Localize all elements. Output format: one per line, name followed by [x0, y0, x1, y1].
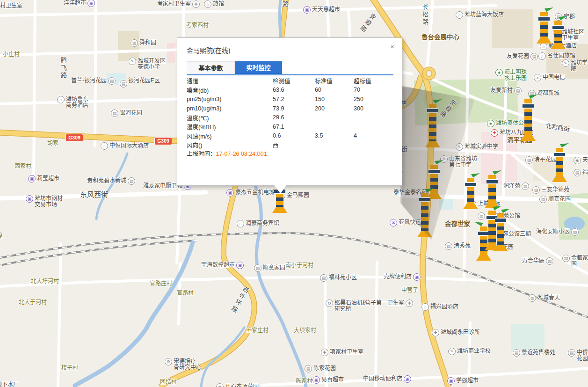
map-poi-label: 村卫生室: [0, 3, 22, 9]
map-poi: ⚙铭昊石油机械 研究所: [326, 300, 368, 312]
table-row: 湿度(%RH)67.1: [187, 122, 393, 131]
map-poi-label: 北大于河村: [19, 299, 47, 306]
park-icon: ♣: [495, 69, 503, 76]
map-poi: ▤舜和园: [131, 40, 156, 47]
map-poi-label: 友爱花园: [507, 53, 529, 59]
tower-segment: [488, 184, 496, 202]
report-time: 上报时间：17-07-26 08:24:001: [187, 149, 267, 158]
shop-icon: ▣: [236, 262, 244, 269]
cell-value: 4: [354, 132, 393, 139]
station-marker[interactable]: [536, 12, 552, 44]
school-icon: ✎: [129, 58, 136, 65]
close-icon[interactable]: ×: [390, 43, 394, 50]
map-poi-label: 潍坊学院: [571, 60, 588, 72]
station-marker[interactable]: [425, 104, 441, 147]
cell-value: 风速(m/s): [187, 131, 273, 140]
tower-segment: [272, 207, 287, 213]
hotel-icon: ⌂: [57, 96, 65, 103]
map-poi: 友爱新村▤: [490, 88, 522, 95]
map-poi-label: 中营子: [401, 287, 418, 293]
map-poi-label: 营子第一卫生室: [365, 300, 404, 306]
building-icon: ▤: [546, 257, 553, 265]
station-info-popup: 金马熙院(在线) × 基本参数实时监控 通道检测值标准值超标值噪音(db)63.…: [177, 37, 402, 186]
map-poi: ▤中侨花园: [568, 350, 588, 362]
map-poi-label: 夏: [0, 233, 3, 239]
building-icon: ▤: [513, 349, 520, 357]
station-marker[interactable]: [417, 193, 433, 237]
tower-segment: [523, 103, 534, 109]
map-poi: ▣学强超市: [447, 378, 479, 385]
map-poi-label: 陈家花园: [313, 365, 336, 372]
tower-segment: [495, 218, 506, 223]
table-row: 风速(m/s)0.63.54: [187, 131, 393, 141]
shop-icon: ▣: [87, 0, 95, 7]
map-poi: 考家村卫生室✚: [157, 1, 200, 8]
map-poi-label: 王家庄村: [246, 328, 269, 334]
tab-basic[interactable]: 基本参数: [187, 61, 235, 74]
map-poi-label: 小庄村: [3, 51, 20, 58]
map-poi-label: 固家村: [15, 163, 31, 169]
tab-realtime[interactable]: 实时监控: [235, 61, 282, 74]
map-poi-label: 潍城春天: [537, 295, 560, 301]
building-icon: ▤: [108, 77, 116, 85]
map-poi: 南小于河村: [285, 263, 313, 269]
popup-title: 金马熙院(在线): [187, 45, 230, 55]
map-poi: 金都世家: [445, 221, 470, 227]
map-poi: 夏: [0, 233, 3, 239]
map-poi: 北大于河村: [19, 299, 47, 306]
map-poi-label: 福: [582, 169, 588, 175]
popup-tabs: 基本参数实时监控: [187, 61, 393, 75]
map-canvas[interactable]: 村卫生室洋洋超市▣⌂旅馆考家村卫生室✚▣天天惠超市考家西村小庄村▤舜和园✎潍城开…: [0, 0, 588, 387]
map-poi-label: 潍城开发区 豪德小学: [138, 58, 166, 70]
clinic-icon: ✚: [192, 0, 200, 8]
map-poi: ⌂潍坊蓝海大饭店: [456, 12, 504, 19]
map-poi-label: 三友华锦苑: [541, 187, 569, 193]
map-poi: 壳牌便利店▣: [384, 274, 421, 281]
report-time-value: 17-07-26 08:24:001: [216, 151, 267, 157]
table-row: 噪音(db)63.66070: [187, 86, 393, 95]
map-poi-label: 贵和苑碧水新城: [87, 178, 126, 184]
map-poi: ▣天天惠超市: [303, 7, 340, 14]
tower-segment: [486, 179, 498, 184]
tower-segment: [430, 174, 438, 193]
column-header: 检测值: [273, 76, 315, 85]
tower-segment: [467, 178, 474, 182]
shop-icon: ▣: [404, 375, 411, 383]
station-marker[interactable]: [520, 99, 536, 141]
cell-value: 73.9: [273, 105, 315, 112]
map-poi-label: 大项家村: [294, 328, 316, 334]
map-poi-label: 团结村: [160, 379, 177, 385]
cell-value: 200: [315, 105, 354, 112]
cell-value: 风向(): [187, 140, 273, 149]
tower-segment: [429, 104, 436, 108]
station-marker[interactable]: [463, 178, 479, 209]
map-poi-label: 福兴园酒店: [430, 304, 458, 310]
map-poi: ▤潍城春天: [529, 295, 560, 302]
station-marker[interactable]: [550, 21, 566, 49]
map-poi: ▣莉莹超市: [28, 175, 59, 183]
map-poi-label: 海化安顺小区: [536, 229, 570, 235]
table-row: pm25(ug/m3)57.2150250: [187, 95, 393, 104]
cell-value: 150: [315, 96, 354, 102]
map-poi-label: 福林苑小区: [329, 275, 357, 281]
station-marker[interactable]: [493, 213, 508, 251]
hotel-icon: ⌂: [101, 142, 108, 150]
station-marker[interactable]: [552, 148, 567, 182]
building-icon: ▤: [445, 242, 452, 250]
cell-value: 70: [354, 87, 393, 93]
map-poi-label: 学强超市: [456, 378, 479, 384]
station-marker[interactable]: [484, 175, 500, 208]
map-poi-label: 豪杰五金机电城: [235, 190, 275, 196]
tower-segment: [425, 141, 440, 147]
building-icon: ▤: [562, 255, 570, 262]
map-poi-label: 潍坊鲁东 商务酒店: [66, 96, 88, 109]
cell-value: 300: [354, 105, 393, 112]
map-poi-label: 鲁台会展中心: [421, 34, 459, 40]
map-poi: ◉开心农场菜园: [216, 384, 259, 387]
map-poi-label: 旅馆: [213, 1, 224, 7]
tower-segment: [521, 135, 536, 141]
map-poi: 鲁台会展中心: [421, 34, 459, 40]
map-poi: 中营子: [401, 287, 418, 293]
tower-segment: [476, 255, 491, 261]
map-poi: 普兰-银河花园▤: [71, 78, 116, 85]
